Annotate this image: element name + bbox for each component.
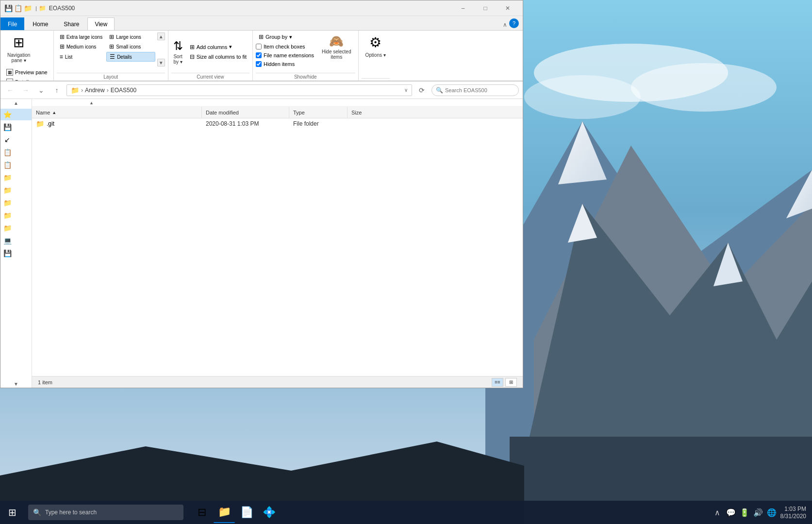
sidebar-scroll-up[interactable]: ▲ [0,99,32,107]
file-name-extensions-checkbox[interactable] [256,52,262,58]
sidebar-item-4[interactable]: 📋 [0,159,32,171]
sort-by-button[interactable]: ⇅ Sortby ▾ [171,37,185,66]
column-header-type[interactable]: Type [289,107,348,118]
show-hide-group-label: Show/hide [256,73,355,81]
add-columns-icon: ⊞ [190,44,195,50]
tab-view[interactable]: View [87,17,115,30]
file-item-git-name: 📁 .git [32,120,202,128]
sidebar-item-10-icon: 💻 [3,237,11,245]
taskbar-network-icon[interactable]: 🌐 [766,507,778,518]
preview-pane-button[interactable]: ▦ Preview pane [3,68,50,77]
sidebar-item-7-icon: 📁 [3,199,11,207]
quick-access-folder-icon[interactable]: 📁 [24,4,32,12]
sort-by-icon: ⇅ [173,39,183,53]
navigation-pane-button[interactable]: ⊞ Navigationpane ▾ [3,33,34,65]
start-icon: ⊞ [8,507,17,518]
sidebar-item-7[interactable]: 📁 [0,197,32,209]
path-dropdown-arrow[interactable]: ∨ [404,87,408,93]
search-input[interactable] [445,87,514,93]
address-path[interactable]: 📁 › Andrew › EOAS500 ∨ [66,84,412,96]
file-item-git[interactable]: 📁 .git 2020-08-31 1:03 PM File folder [32,118,523,129]
options-label: Options ▾ [365,52,386,58]
sidebar-item-11[interactable]: 💾 [0,247,32,259]
column-header-name[interactable]: Name ▲ [32,107,202,118]
title-bar-controls: – □ ✕ [452,0,519,16]
taskbar-app-notepad[interactable]: 📄 [236,502,257,523]
sidebar-item-5[interactable]: 📁 [0,172,32,183]
minimize-button[interactable]: – [452,0,474,16]
ribbon-group-options: ⚙ Options ▾ [359,31,393,81]
sidebar-item-9[interactable]: 📁 [0,222,32,234]
column-sort-up-arrow[interactable]: ▲ [89,100,94,105]
hidden-items-checkbox[interactable] [256,61,262,67]
quick-access-properties-icon[interactable]: 📋 [14,4,22,12]
close-button[interactable]: ✕ [497,0,519,16]
small-icons-button[interactable]: ⊞ Small icons [106,42,155,51]
layout-scroll-down-button[interactable]: ▼ [157,59,165,66]
sidebar: ▲ ⭐ 💾 ↙ 📋 📋 📁 [0,99,32,388]
taskbar-app-taskview[interactable]: ⊟ [191,502,213,523]
hide-selected-button[interactable]: 🙈 Hide selecteditems [318,33,355,62]
help-button[interactable]: ? [509,18,519,28]
size-all-columns-button[interactable]: ⊟ Size all columns to fit [187,52,249,61]
sidebar-item-0[interactable]: ⭐ [0,109,32,120]
taskbar-clock[interactable]: 1:03 PM 8/31/2020 [780,506,806,520]
add-columns-button[interactable]: ⊞ Add columns ▾ [187,43,249,51]
path-segment-eoas500[interactable]: EOAS500 [111,87,136,94]
status-view-details-button[interactable]: ⊞ [505,378,517,387]
file-name-extensions-row[interactable]: File name extensions [256,52,314,59]
layout-scroll-up-button[interactable]: ▲ [157,33,165,40]
taskbar-volume-icon[interactable]: 🔊 [752,507,764,518]
back-button[interactable]: ← [4,84,16,96]
up-button[interactable]: ↑ [51,84,63,96]
list-button[interactable]: ≡ List [57,52,105,62]
taskbar-app-fileexplorer[interactable]: 📁 [214,502,235,523]
status-right: ≡≡ ⊞ [492,378,517,387]
tab-home[interactable]: Home [25,17,55,30]
details-button[interactable]: ☰ Details [106,52,155,62]
details-pane-button[interactable]: ▤ Details pane [3,78,50,82]
large-icons-button[interactable]: ⊞ Large icons [106,33,155,41]
taskbar-app-browser[interactable]: 💠 [258,502,280,523]
sidebar-scroll-down[interactable]: ▼ [0,380,32,388]
recent-locations-button[interactable]: ⌄ [35,84,47,96]
panes-buttons: ⊞ Navigationpane ▾ ▦ Preview pane ▤ Deta… [3,33,50,82]
status-view-list-button[interactable]: ≡≡ [492,378,503,387]
refresh-button[interactable]: ⟳ [416,84,428,96]
tab-share[interactable]: Share [56,17,86,30]
item-check-boxes-checkbox[interactable] [256,44,262,49]
path-segment-andrew[interactable]: Andrew [85,87,105,94]
sidebar-item-8[interactable]: 📁 [0,210,32,221]
forward-button[interactable]: → [20,84,32,96]
quick-access-save-icon[interactable]: 💾 [4,4,12,12]
sidebar-item-1[interactable]: 💾 [0,121,32,133]
column-header-date[interactable]: Date modified [202,107,289,118]
hidden-items-row[interactable]: Hidden items [256,61,314,67]
search-box[interactable]: 🔍 [431,84,519,96]
taskbar-search-box[interactable]: 🔍 Type here to search [28,505,183,520]
ribbon-tabs: File Home Share View ∧ ? [0,16,523,31]
layout-group-label: Layout [57,73,165,81]
sidebar-item-0-icon: ⭐ [3,111,11,118]
sidebar-item-2-icon: ↙ [3,136,11,144]
item-check-boxes-row[interactable]: Item check boxes [256,43,314,50]
extra-large-icons-button[interactable]: ⊞ Extra large icons [57,33,105,41]
navigation-pane-icon: ⊞ [13,34,24,50]
sidebar-item-6[interactable]: 📁 [0,184,32,196]
start-button[interactable]: ⊞ [0,501,24,524]
svg-point-3 [524,75,641,119]
taskbar-up-arrow-icon[interactable]: ∧ [712,507,723,518]
tab-file[interactable]: File [0,17,24,30]
maximize-button[interactable]: □ [474,0,497,16]
sidebar-item-3[interactable]: 📋 [0,147,32,158]
taskbar-battery-icon[interactable]: 🔋 [739,507,750,518]
column-header-size[interactable]: Size [348,107,396,118]
medium-icons-button[interactable]: ⊞ Medium icons [57,42,105,51]
sidebar-item-8-icon: 📁 [3,212,11,219]
options-button[interactable]: ⚙ Options ▾ [362,33,390,60]
sidebar-item-2[interactable]: ↙ [0,134,32,146]
taskbar-action-center-icon[interactable]: 💬 [725,507,737,518]
group-by-button[interactable]: ⊞ Group by ▾ [256,33,314,41]
ribbon-collapse-button[interactable]: ∧ [503,21,507,28]
sidebar-item-10[interactable]: 💻 [0,235,32,246]
